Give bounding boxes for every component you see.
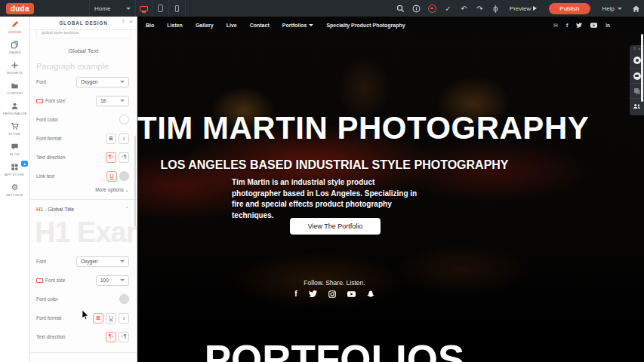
tablet-icon	[158, 5, 163, 12]
publish-button[interactable]: Publish	[549, 3, 590, 14]
h1-section-header[interactable]: H1 - Global Title ⌃	[30, 200, 137, 212]
link-text-row: Link text U	[30, 167, 137, 186]
h1-font-select[interactable]: Oxygen	[76, 256, 129, 267]
hero-subtitle[interactable]: LOS ANGELES BASED INDUSTRIAL STYLE PHOTO…	[137, 158, 532, 172]
chevron-down-icon	[120, 260, 125, 262]
help-dropdown[interactable]: Help	[596, 5, 628, 12]
italic-button[interactable]: I	[119, 133, 129, 144]
mobile-icon	[175, 5, 179, 12]
sidebar-item-widgets[interactable]: WIDGETS	[0, 57, 29, 78]
nav-item-bio[interactable]: Bio	[146, 23, 154, 28]
site-scrollbar[interactable]	[641, 34, 643, 102]
search-button[interactable]	[393, 0, 408, 17]
duda-logo[interactable]: duda	[6, 3, 34, 14]
nav-item-specialty[interactable]: Specialty Product Photography	[326, 23, 405, 28]
section-divider	[30, 352, 137, 353]
sidebar-item-settings[interactable]: ⚙ SETTINGS	[0, 179, 29, 200]
linkedin-icon[interactable]: in	[605, 23, 610, 28]
help-label: Help	[602, 5, 615, 12]
h1-font-color-swatch[interactable]	[119, 294, 129, 304]
hero-title[interactable]: TIM MARTIN PHOTOGRAPHY	[137, 110, 532, 146]
twitter-icon[interactable]	[309, 290, 317, 298]
ltr-direction-button[interactable]: ¶›	[106, 152, 116, 163]
h1-underline-button[interactable]: U	[106, 313, 116, 324]
nav-item-live[interactable]: Live	[226, 23, 237, 28]
redo-icon: ↷	[476, 5, 482, 13]
ltr-icon: ¶›	[108, 334, 113, 339]
youtube-icon[interactable]	[347, 290, 356, 298]
editor-topbar: duda Home ✓ ↶ ↷ ɸ Preview P	[0, 0, 644, 17]
sidebar-item-app-store[interactable]: ● APP STORE	[0, 159, 29, 179]
font-color-swatch[interactable]	[119, 115, 129, 124]
link-underline-button[interactable]: U	[106, 171, 117, 182]
font-size-select[interactable]: 18	[96, 96, 129, 106]
hero-paragraph[interactable]: Tim Martin is an industrial style produc…	[232, 177, 425, 221]
rtl-direction-button[interactable]: ‹¶	[119, 152, 129, 163]
h1-rtl-direction-button[interactable]: ‹¶	[119, 332, 129, 342]
follow-text[interactable]: Follow. Share. Listen.	[137, 279, 532, 287]
sidebar-item-blog[interactable]: BLOG	[0, 139, 29, 159]
facebook-icon[interactable]: f	[294, 290, 297, 298]
nav-item-portfolios[interactable]: Portfolios	[282, 23, 314, 28]
app-store-badge: ●	[21, 161, 28, 167]
page-selector-dropdown[interactable]: Home	[89, 0, 136, 17]
panel-scrollbar[interactable]	[134, 136, 137, 226]
dashboard-home-button[interactable]	[628, 0, 644, 17]
topbar-actions: ✓ ↶ ↷ ɸ Preview Publish Help	[393, 0, 644, 17]
font-size-row: Font size 18	[30, 91, 137, 110]
h1-ltr-direction-button[interactable]: ¶›	[106, 332, 116, 342]
site-nav-social: ✉ f in	[553, 23, 644, 29]
chevron-down-icon	[120, 81, 125, 83]
portfolios-heading[interactable]: PORTFOLIOS	[137, 336, 532, 362]
account-button[interactable]	[424, 0, 440, 17]
redo-button[interactable]: ↷	[472, 0, 488, 17]
undo-button[interactable]: ↶	[456, 0, 472, 17]
link-color-swatch[interactable]	[119, 171, 129, 181]
desktop-view-button[interactable]	[136, 0, 153, 17]
text-direction-row: Text direction ¶› ‹¶	[30, 148, 137, 167]
preview-button[interactable]: Preview	[504, 5, 543, 12]
mobile-view-button[interactable]	[169, 0, 186, 17]
sidebar-item-design[interactable]: DESIGN	[0, 17, 29, 37]
rtl-icon: ‹¶	[121, 155, 126, 160]
email-icon[interactable]: ✉	[553, 23, 558, 29]
panel-close-button[interactable]: ×	[129, 19, 133, 25]
site-nav: Bio Listen Gallery Live Contact Portfoli…	[137, 17, 644, 34]
device-switcher	[136, 0, 186, 17]
more-options-link[interactable]: More options ⌄	[30, 187, 137, 193]
snapchat-icon[interactable]	[367, 290, 374, 298]
account-icon	[428, 5, 436, 13]
h1-font-size-select[interactable]: 100	[96, 275, 129, 286]
h1-italic-button[interactable]: I	[119, 313, 129, 324]
sidebar-item-personalize[interactable]: PERSONALIZE	[0, 98, 29, 118]
nav-item-contact[interactable]: Contact	[250, 23, 270, 28]
page-selector-label: Home	[94, 5, 110, 12]
sidebar-item-pages[interactable]: PAGES	[0, 37, 29, 57]
global-design-panel: GLOBAL DESIGN ? × global style sections.…	[30, 17, 137, 362]
tablet-view-button[interactable]	[153, 0, 169, 17]
bold-button[interactable]: B	[106, 133, 116, 144]
global-text-heading: Global Text	[30, 48, 137, 54]
panel-help-button[interactable]: ?	[122, 19, 125, 25]
sidebar-item-store[interactable]: STORE	[0, 118, 29, 139]
camera-icon	[633, 57, 641, 64]
facebook-icon[interactable]: f	[566, 23, 568, 28]
sidebar-item-content[interactable]: CONTENT	[0, 78, 29, 98]
nav-item-listen[interactable]: Listen	[167, 23, 183, 28]
site-canvas[interactable]: Bio Listen Gallery Live Contact Portfoli…	[137, 17, 644, 362]
font-select[interactable]: Oxygen	[76, 77, 129, 87]
instagram-icon[interactable]	[328, 290, 336, 298]
twitter-icon[interactable]	[576, 23, 582, 28]
youtube-icon[interactable]	[590, 23, 597, 28]
save-status-button[interactable]: ✓	[440, 0, 456, 17]
h1-font-row: Font Oxygen	[30, 252, 137, 271]
h1-text-direction-row: Text direction ¶› ‹¶	[30, 327, 137, 346]
view-portfolio-button[interactable]: View The Portfolio	[290, 218, 381, 235]
tools-close-button[interactable]: ×	[638, 47, 641, 51]
tools-help-button[interactable]: ?	[633, 47, 636, 51]
info-button[interactable]	[408, 0, 424, 17]
app-store-icon	[11, 163, 19, 171]
dev-mode-button[interactable]: ɸ	[488, 0, 504, 17]
nav-item-gallery[interactable]: Gallery	[196, 23, 214, 28]
h1-bold-button[interactable]: B	[93, 313, 103, 324]
